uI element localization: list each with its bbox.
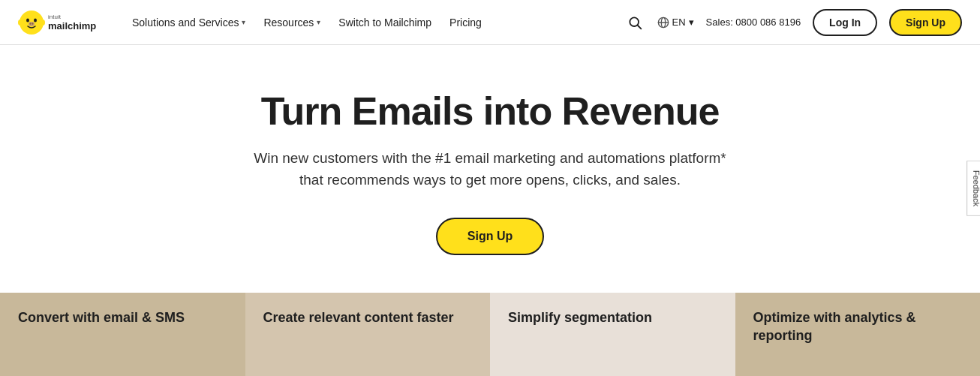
feedback-tab[interactable]: Feedback xyxy=(966,160,980,215)
svg-text:intuit: intuit xyxy=(48,14,62,20)
svg-line-11 xyxy=(637,25,641,29)
chevron-down-icon: ▾ xyxy=(317,18,320,26)
hero-subtitle: Win new customers with the #1 email mark… xyxy=(242,148,738,191)
feature-email-sms[interactable]: Convert with email & SMS xyxy=(0,293,245,376)
login-button[interactable]: Log In xyxy=(813,9,877,36)
hero-subtitle-line2: that recommends ways to get more opens, … xyxy=(299,172,681,188)
svg-point-2 xyxy=(34,18,37,22)
nav-links: Solutions and Services ▾ Resources ▾ Swi… xyxy=(125,12,624,33)
chevron-down-icon: ▾ xyxy=(242,18,245,26)
svg-text:mailchimp: mailchimp xyxy=(48,20,96,32)
main-nav: intuit mailchimp Solutions and Services … xyxy=(0,0,980,45)
nav-pricing-label: Pricing xyxy=(449,17,482,29)
feature-content-label: Create relevant content faster xyxy=(263,309,454,326)
feature-segmentation-label: Simplify segmentation xyxy=(508,309,652,326)
nav-pricing[interactable]: Pricing xyxy=(442,12,489,33)
svg-point-7 xyxy=(41,20,45,26)
features-strip: Convert with email & SMS Create relevant… xyxy=(0,293,980,376)
nav-switch-label: Switch to Mailchimp xyxy=(338,17,431,29)
nav-solutions[interactable]: Solutions and Services ▾ xyxy=(125,12,253,33)
chevron-down-icon: ▾ xyxy=(689,17,694,28)
feature-email-sms-label: Convert with email & SMS xyxy=(18,309,185,326)
hero-section: Turn Emails into Revenue Win new custome… xyxy=(0,45,980,293)
feature-analytics[interactable]: Optimize with analytics & reporting xyxy=(735,293,981,376)
sales-phone: Sales: 0800 086 8196 xyxy=(706,17,801,28)
svg-point-1 xyxy=(26,18,29,22)
hero-signup-button[interactable]: Sign Up xyxy=(436,218,544,255)
lang-label: EN xyxy=(672,17,686,28)
signup-nav-button[interactable]: Sign Up xyxy=(889,9,962,36)
svg-point-4 xyxy=(30,23,32,24)
svg-point-3 xyxy=(29,22,35,26)
language-selector[interactable]: EN ▾ xyxy=(657,17,694,29)
hero-title: Turn Emails into Revenue xyxy=(15,90,965,133)
svg-point-5 xyxy=(32,23,34,24)
nav-switch[interactable]: Switch to Mailchimp xyxy=(331,12,439,33)
nav-resources[interactable]: Resources ▾ xyxy=(256,12,328,33)
hero-subtitle-line1: Win new customers with the #1 email mark… xyxy=(254,150,726,166)
nav-resources-label: Resources xyxy=(263,17,314,29)
feature-analytics-label: Optimize with analytics & reporting xyxy=(753,309,963,344)
svg-point-6 xyxy=(18,20,23,26)
feature-content[interactable]: Create relevant content faster xyxy=(245,293,491,376)
logo[interactable]: intuit mailchimp xyxy=(18,9,101,36)
feature-segmentation[interactable]: Simplify segmentation xyxy=(490,293,735,376)
nav-right: EN ▾ Sales: 0800 086 8196 Log In Sign Up xyxy=(624,9,962,36)
nav-solutions-label: Solutions and Services xyxy=(132,17,239,29)
search-button[interactable] xyxy=(624,12,645,33)
